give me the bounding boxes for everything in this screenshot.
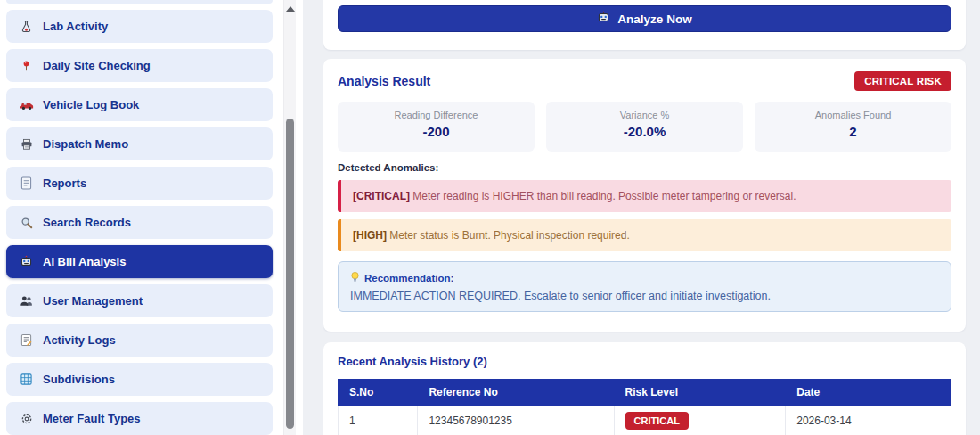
metric-label: Variance %	[550, 110, 739, 120]
sidebar-item-subdivisions[interactable]: Subdivisions	[6, 363, 273, 396]
metric-value: -200	[341, 124, 531, 139]
detected-anomalies-label: Detected Anomalies:	[338, 162, 951, 173]
grid-icon	[19, 372, 34, 387]
sidebar-item-label: Dispatch Memo	[43, 137, 128, 151]
history-table: S.NoReference NoRisk LevelDate 1 1234567…	[338, 379, 951, 435]
sidebar-item-label: Daily Site Checking	[43, 59, 151, 72]
sidebar-item-dispatch-memo[interactable]: Dispatch Memo	[6, 127, 273, 160]
sidebar-item-partial	[6, 0, 273, 4]
gear-icon	[19, 411, 34, 426]
metric-label: Reading Difference	[341, 110, 531, 120]
metric-label: Anomalies Found	[758, 110, 948, 120]
metric-box: Reading Difference -200	[338, 102, 535, 152]
anomaly-text: Meter status is Burnt. Physical inspecti…	[389, 229, 629, 242]
sidebar-item-user-management[interactable]: User Management	[6, 284, 273, 317]
search-icon	[19, 215, 34, 230]
metric-value: -20.0%	[550, 124, 739, 139]
robot-icon	[19, 254, 34, 269]
sidebar-item-label: User Management	[43, 294, 143, 308]
anomaly-severity: [CRITICAL]	[353, 190, 410, 202]
sidebar-item-label: Reports	[43, 176, 86, 190]
cell-risk: CRITICAL	[614, 406, 786, 435]
column-header-reference-no: Reference No	[418, 380, 614, 406]
sidebar-item-label: Activity Logs	[43, 333, 116, 347]
column-header-s-no: S.No	[339, 380, 418, 406]
sidebar-item-label: Search Records	[43, 216, 131, 229]
sidebar-scrollbar[interactable]	[283, 0, 296, 435]
analysis-result-title: Analysis Result	[338, 74, 430, 88]
analysis-result-card: Analysis Result CRITICAL RISK Reading Di…	[323, 59, 966, 332]
bulb-icon	[350, 271, 360, 285]
users-icon	[19, 293, 34, 308]
sidebar-item-daily-site-checking[interactable]: Daily Site Checking	[6, 49, 273, 82]
history-header-row: S.NoReference NoRisk LevelDate	[339, 380, 951, 406]
column-header-risk-level: Risk Level	[614, 380, 786, 406]
map-pin-icon	[19, 58, 34, 73]
scrollbar-thumb[interactable]	[286, 119, 294, 429]
sidebar-item-label: Meter Fault Types	[43, 412, 141, 425]
recommendation-text: IMMEDIATE ACTION REQUIRED. Escalate to s…	[350, 290, 939, 302]
anomaly-alert: [HIGH] Meter status is Burnt. Physical i…	[338, 219, 951, 251]
cell-reference: 12345678901235	[418, 406, 614, 435]
car-icon	[19, 97, 34, 112]
recommendation-title: Recommendation:	[364, 273, 453, 283]
anomaly-severity: [HIGH]	[353, 229, 387, 242]
analyze-now-label: Analyze Now	[617, 12, 691, 26]
sidebar-item-vehicle-log-book[interactable]: Vehicle Log Book	[6, 88, 273, 121]
sidebar-item-meter-fault-types[interactable]: Meter Fault Types	[6, 402, 273, 435]
recommendation-box: Recommendation: IMMEDIATE ACTION REQUIRE…	[338, 261, 951, 312]
column-header-date: Date	[786, 380, 951, 406]
metric-box: Variance % -20.0%	[546, 102, 743, 152]
lab-flask-icon	[19, 19, 34, 34]
robot-icon	[597, 11, 610, 27]
risk-level-badge: CRITICAL RISK	[854, 71, 951, 91]
sidebar: Lab Activity Daily Site Checking Vehicle…	[0, 0, 303, 435]
sidebar-item-ai-bill-analysis[interactable]: AI Bill Analysis	[6, 245, 273, 278]
metrics-row: Reading Difference -200 Variance % -20.0…	[338, 102, 951, 152]
sidebar-item-label: Subdivisions	[43, 373, 115, 386]
analyze-card: Analyze Now	[323, 0, 966, 50]
sidebar-nav-list: Lab Activity Daily Site Checking Vehicle…	[6, 0, 273, 435]
anomalies-list: [CRITICAL] Meter reading is HIGHER than …	[338, 180, 951, 251]
risk-badge: CRITICAL	[625, 412, 689, 430]
sidebar-item-activity-logs[interactable]: Activity Logs	[6, 324, 273, 357]
history-card: Recent Analysis History (2) S.NoReferenc…	[323, 342, 966, 435]
cell-sno: 1	[339, 406, 418, 435]
anomaly-text: Meter reading is HIGHER than bill readin…	[412, 190, 796, 202]
metric-value: 2	[758, 124, 948, 139]
sidebar-item-reports[interactable]: Reports	[6, 167, 273, 200]
table-row: 1 12345678901235 CRITICAL 2026-03-14	[339, 406, 951, 435]
memo-icon	[19, 332, 34, 348]
analyze-now-button[interactable]: Analyze Now	[338, 5, 951, 32]
anomaly-alert: [CRITICAL] Meter reading is HIGHER than …	[338, 180, 951, 212]
sidebar-item-lab-activity[interactable]: Lab Activity	[6, 10, 273, 43]
printer-icon	[19, 136, 34, 152]
sidebar-item-search-records[interactable]: Search Records	[6, 206, 273, 239]
document-icon	[19, 176, 34, 191]
sidebar-item-label: Vehicle Log Book	[43, 98, 139, 111]
cell-date: 2026-03-14	[786, 406, 951, 435]
history-title: Recent Analysis History (2)	[338, 355, 951, 368]
sidebar-item-label: Lab Activity	[43, 20, 108, 33]
metric-box: Anomalies Found 2	[755, 102, 951, 152]
scroll-up-arrow-icon[interactable]	[286, 6, 295, 12]
sidebar-item-label: AI Bill Analysis	[43, 255, 126, 268]
